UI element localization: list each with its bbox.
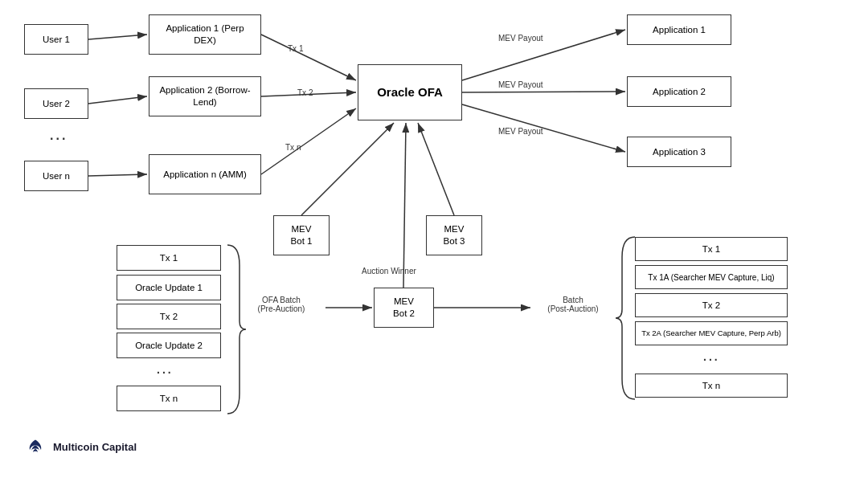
tx2-arrow-label: Tx 2: [297, 88, 313, 97]
right-brace-svg: [612, 233, 638, 403]
appn-label: Application n (AMM): [163, 169, 247, 181]
batch-tx2-box: Tx 2: [117, 304, 221, 329]
dots-users: ...: [50, 129, 68, 143]
appn-box: Application n (AMM): [149, 154, 261, 194]
out-app3-box: Application 3: [627, 137, 731, 167]
out-app2-box: Application 2: [627, 76, 731, 107]
user2-label: User 2: [43, 98, 70, 110]
oracle-ofa-box: Oracle OFA: [358, 64, 462, 120]
post-tx2-box: Tx 2: [635, 293, 788, 317]
mev-payout2-label: MEV Payout: [498, 80, 543, 89]
post-tx1a-box: Tx 1A (Searcher MEV Capture, Liq): [635, 265, 788, 289]
post-tx2-label: Tx 2: [702, 300, 720, 312]
post-tx2a-box: Tx 2A (Searcher MEV Capture, Perp Arb): [635, 321, 788, 345]
diagram-container: User 1 User 2 User n ... Application 1 (…: [0, 0, 868, 466]
batch-post-label: Batch(Post-Auction): [529, 296, 617, 313]
post-tx1-label: Tx 1: [702, 243, 720, 255]
user1-label: User 1: [43, 34, 70, 46]
usern-label: User n: [43, 170, 70, 182]
svg-line-12: [403, 123, 406, 288]
brand-label: Multicoin Capital: [53, 441, 137, 453]
app2-label: Application 2 (Borrow-Lend): [154, 84, 256, 108]
left-brace-svg: [223, 241, 248, 418]
svg-line-3: [88, 174, 147, 176]
dots-batch: ...: [157, 363, 174, 376]
app1-box: Application 1 (Perp DEX): [149, 14, 261, 55]
txn-arrow-label: Tx n: [285, 143, 301, 152]
oracle-upd1-label: Oracle Update 1: [135, 282, 203, 294]
multicoin-logo-icon: [24, 435, 47, 458]
mev-bot1-label: MEV Bot 1: [291, 223, 313, 247]
post-tx1-box: Tx 1: [635, 237, 788, 261]
svg-line-11: [418, 123, 454, 215]
batch-txn-label: Tx n: [160, 393, 178, 405]
oracle-upd1-box: Oracle Update 1: [117, 275, 221, 300]
svg-line-4: [261, 35, 356, 80]
svg-line-7: [462, 30, 625, 80]
svg-line-1: [88, 35, 147, 39]
oracle-label: Oracle OFA: [377, 84, 443, 100]
mev-bot3-label: MEV Bot 3: [444, 223, 465, 247]
mev-bot1-box: MEV Bot 1: [273, 215, 330, 255]
post-txn-label: Tx n: [702, 380, 720, 392]
batch-tx1-label: Tx 1: [160, 252, 178, 264]
footer: Multicoin Capital: [24, 435, 137, 458]
svg-line-6: [261, 108, 356, 174]
mev-payout1-label: MEV Payout: [498, 34, 543, 43]
ofa-batch-label: OFA Batch(Pre-Auction): [237, 296, 326, 313]
mev-bot3-box: MEV Bot 3: [426, 215, 482, 255]
user1-box: User 1: [24, 24, 88, 55]
oracle-upd2-label: Oracle Update 2: [135, 340, 203, 352]
auction-winner-label: Auction Winner: [362, 267, 416, 276]
dots-post-batch: ...: [703, 350, 720, 363]
batch-tx2-label: Tx 2: [160, 311, 178, 323]
post-tx2a-label: Tx 2A (Searcher MEV Capture, Perp Arb): [641, 329, 781, 338]
post-txn-box: Tx n: [635, 374, 788, 398]
svg-line-8: [462, 92, 625, 92]
mev-bot2-box: MEV Bot 2: [374, 288, 434, 328]
svg-line-10: [301, 123, 394, 215]
oracle-upd2-box: Oracle Update 2: [117, 333, 221, 358]
out-app1-box: Application 1: [627, 14, 731, 45]
tx1-arrow-label: Tx 1: [288, 44, 303, 53]
svg-line-2: [88, 96, 147, 104]
app2-box: Application 2 (Borrow-Lend): [149, 76, 261, 116]
out-app1-label: Application 1: [653, 24, 706, 36]
app1-label: Application 1 (Perp DEX): [154, 22, 256, 47]
user2-box: User 2: [24, 88, 88, 119]
batch-tx1-box: Tx 1: [117, 245, 221, 271]
batch-txn-box: Tx n: [117, 386, 221, 411]
svg-line-9: [462, 104, 625, 152]
mev-bot2-label: MEV Bot 2: [393, 296, 415, 320]
post-tx1a-label: Tx 1A (Searcher MEV Capture, Liq): [648, 272, 774, 283]
out-app3-label: Application 3: [653, 146, 706, 158]
out-app2-label: Application 2: [653, 86, 706, 98]
mev-payout3-label: MEV Payout: [498, 127, 543, 136]
usern-box: User n: [24, 161, 88, 191]
